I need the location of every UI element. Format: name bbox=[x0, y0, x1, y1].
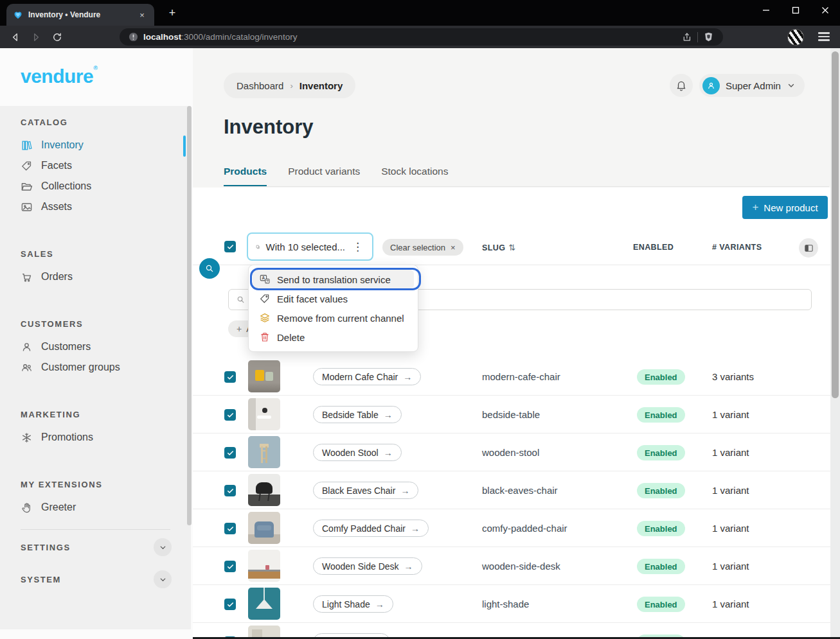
menu-item-remove-from-channel[interactable]: Remove from current channel bbox=[253, 308, 414, 328]
select-all-checkbox[interactable] bbox=[224, 241, 236, 252]
image-icon bbox=[21, 201, 33, 213]
menu-item-delete[interactable]: Delete bbox=[253, 328, 414, 347]
variant-count: 1 variant bbox=[712, 561, 749, 572]
chevron-down-icon bbox=[787, 81, 796, 90]
arrow-right-icon: → bbox=[400, 486, 409, 496]
sidebar-item-assets[interactable]: Assets bbox=[21, 197, 191, 217]
kebab-icon[interactable]: ⋮ bbox=[351, 240, 364, 254]
share-icon[interactable] bbox=[681, 31, 692, 42]
product-name-link[interactable]: Modern Cafe Chair→ bbox=[313, 368, 421, 385]
plus-icon: + bbox=[237, 324, 242, 334]
sidebar-item-orders[interactable]: Orders bbox=[21, 267, 191, 287]
product-slug: wooden-side-desk bbox=[482, 561, 560, 572]
row-checkbox[interactable] bbox=[224, 599, 236, 610]
sidebar-section-system[interactable]: SYSTEM bbox=[21, 565, 191, 594]
main-content: Dashboard › Inventory Super Admin Invent… bbox=[193, 48, 830, 639]
url-bar[interactable]: localhost:3000/admin/catalog/inventory bbox=[120, 28, 723, 46]
vendure-logo[interactable]: vendure® bbox=[21, 65, 97, 87]
nav-section-customers: CUSTOMERS Customers Customer groups bbox=[21, 319, 191, 378]
table-row: Comfy Padded Chair→ comfy-padded-chair E… bbox=[193, 509, 830, 547]
row-checkbox[interactable] bbox=[224, 561, 236, 572]
row-checkbox[interactable] bbox=[224, 409, 236, 421]
browser-tab[interactable]: Inventory • Vendure × bbox=[6, 4, 154, 26]
plus-icon: + bbox=[752, 201, 758, 214]
sidebar-section-settings[interactable]: SETTINGS bbox=[21, 532, 191, 562]
window-minimize-button[interactable] bbox=[751, 0, 781, 21]
product-name-link[interactable]: Light Shade→ bbox=[313, 595, 393, 613]
variant-count: 1 variant bbox=[712, 599, 749, 609]
close-icon[interactable]: × bbox=[451, 243, 456, 252]
translate-icon: A bbox=[259, 274, 271, 285]
section-label: CATALOG bbox=[21, 118, 191, 127]
tab-product-variants[interactable]: Product variants bbox=[288, 166, 360, 187]
forward-button[interactable] bbox=[29, 30, 43, 44]
copy-icon bbox=[256, 241, 260, 252]
breadcrumb-dashboard[interactable]: Dashboard bbox=[237, 80, 283, 91]
window-maximize-button[interactable] bbox=[781, 0, 810, 21]
product-name-link[interactable]: Wooden Stool→ bbox=[313, 444, 402, 461]
sidebar-item-collections[interactable]: Collections bbox=[21, 176, 191, 197]
chevron-down-icon[interactable] bbox=[154, 570, 172, 588]
menu-item-label: Edit facet values bbox=[277, 293, 348, 304]
sidebar-item-customers[interactable]: Customers bbox=[21, 337, 191, 357]
reload-button[interactable] bbox=[50, 30, 64, 44]
product-name-link[interactable]: Bedside Table→ bbox=[313, 406, 402, 423]
breadcrumb-current[interactable]: Inventory bbox=[299, 80, 343, 91]
browser-menu-icon[interactable] bbox=[818, 31, 830, 42]
tab-close-icon[interactable]: × bbox=[136, 9, 148, 21]
page-scrollbar-thumb[interactable] bbox=[832, 51, 839, 398]
layers-icon bbox=[259, 312, 271, 324]
browser-profile-avatar[interactable] bbox=[787, 29, 804, 46]
variant-count: 1 variant bbox=[712, 409, 749, 420]
url-path: :3000/admin/catalog/inventory bbox=[181, 32, 297, 42]
window-close-button[interactable] bbox=[810, 0, 840, 21]
tab-stock-locations[interactable]: Stock locations bbox=[381, 166, 448, 187]
sidebar-item-promotions[interactable]: Promotions bbox=[21, 427, 191, 448]
column-header-slug[interactable]: SLUG ⇅ bbox=[482, 243, 516, 252]
new-product-button[interactable]: + New product bbox=[742, 196, 828, 219]
sidebar-item-customer-groups[interactable]: Customer groups bbox=[21, 357, 191, 378]
breadcrumb[interactable]: Dashboard › Inventory bbox=[224, 73, 355, 98]
page-scrollbar[interactable] bbox=[830, 48, 840, 639]
chevron-right-icon: › bbox=[290, 81, 292, 91]
sidebar-item-greeter[interactable]: Greeter bbox=[21, 497, 191, 518]
screen: { "browser": { "tab_title": "Inventory •… bbox=[0, 0, 840, 639]
column-settings-button[interactable] bbox=[799, 238, 818, 258]
search-toggle-button[interactable] bbox=[199, 258, 220, 279]
sidebar-nav: CATALOG Inventory Facets Collections Ass… bbox=[0, 106, 191, 629]
sidebar-item-inventory[interactable]: Inventory bbox=[21, 135, 191, 155]
clear-selection-chip[interactable]: Clear selection × bbox=[382, 239, 463, 256]
sidebar-item-label: Assets bbox=[41, 201, 72, 213]
back-button[interactable] bbox=[8, 30, 22, 44]
check-icon bbox=[227, 243, 234, 250]
menu-item-edit-facet-values[interactable]: Edit facet values bbox=[253, 289, 414, 308]
row-checkbox[interactable] bbox=[224, 371, 236, 383]
menu-item-send-to-translation[interactable]: A Send to translation service bbox=[253, 270, 414, 289]
tab-products[interactable]: Products bbox=[224, 166, 267, 187]
notifications-button[interactable] bbox=[670, 74, 693, 97]
row-checkbox[interactable] bbox=[224, 523, 236, 534]
table-row: Bedside Table→ bedside-table Enabled 1 v… bbox=[193, 396, 830, 433]
user-icon bbox=[21, 341, 33, 353]
nav-section-sales: SALES Orders bbox=[21, 249, 191, 287]
sidebar: vendure® CATALOG Inventory Facets Collec… bbox=[0, 48, 193, 639]
product-name-link[interactable]: Wooden Side Desk→ bbox=[313, 557, 422, 575]
bulk-actions-button[interactable]: With 10 selected... ⋮ bbox=[247, 232, 373, 261]
menu-item-label: Delete bbox=[277, 332, 305, 343]
sort-icon[interactable]: ⇅ bbox=[508, 243, 515, 252]
user-menu[interactable]: Super Admin bbox=[699, 74, 805, 97]
row-checkbox[interactable] bbox=[224, 447, 236, 459]
chevron-down-icon[interactable] bbox=[154, 538, 172, 556]
site-info-icon[interactable] bbox=[129, 32, 138, 42]
new-tab-button[interactable]: + bbox=[166, 7, 179, 20]
product-slug: wooden-stool bbox=[482, 447, 539, 458]
trash-icon bbox=[259, 331, 271, 343]
product-name-link[interactable]: Comfy Padded Chair→ bbox=[313, 520, 429, 537]
product-name-link[interactable]: Black Eaves Chair→ bbox=[313, 482, 418, 499]
sidebar-scrollbar[interactable] bbox=[187, 106, 192, 525]
logo-trademark: ® bbox=[93, 65, 97, 71]
page-tabs: Products Product variants Stock location… bbox=[224, 166, 448, 187]
brave-shields-icon[interactable] bbox=[703, 31, 714, 42]
sidebar-item-facets[interactable]: Facets bbox=[21, 155, 191, 176]
row-checkbox[interactable] bbox=[224, 485, 236, 496]
